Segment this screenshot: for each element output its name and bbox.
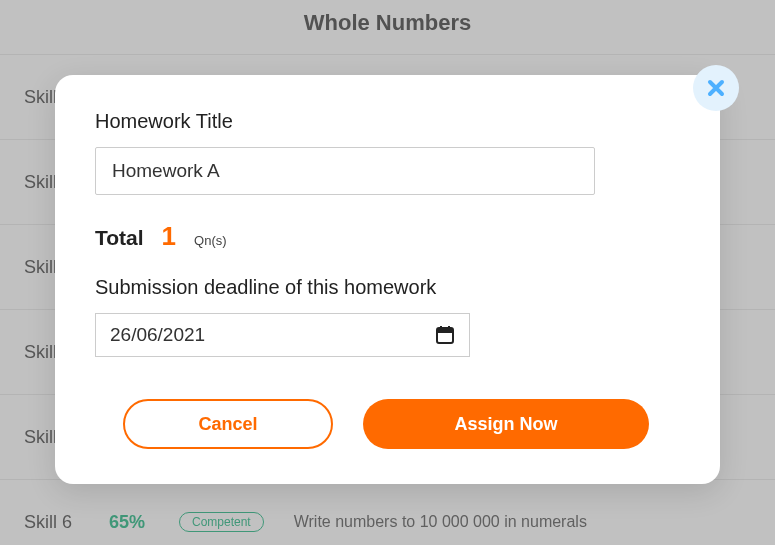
- assign-now-button[interactable]: Assign Now: [363, 399, 649, 449]
- svg-rect-2: [440, 326, 442, 330]
- total-question-count: 1: [162, 221, 176, 252]
- calendar-icon: [435, 325, 455, 345]
- deadline-date-input[interactable]: 26/06/2021: [95, 313, 470, 357]
- total-unit: Qn(s): [194, 233, 227, 248]
- assign-homework-modal: Homework Title Total 1 Qn(s) Submission …: [55, 75, 720, 484]
- homework-title-label: Homework Title: [95, 110, 680, 133]
- deadline-date-value: 26/06/2021: [110, 324, 435, 346]
- close-icon: [706, 78, 726, 98]
- homework-title-input[interactable]: [95, 147, 595, 195]
- cancel-button[interactable]: Cancel: [123, 399, 333, 449]
- close-button[interactable]: [693, 65, 739, 111]
- total-label: Total: [95, 226, 144, 250]
- deadline-label: Submission deadline of this homework: [95, 276, 680, 299]
- svg-rect-3: [448, 326, 450, 330]
- svg-rect-1: [437, 328, 453, 333]
